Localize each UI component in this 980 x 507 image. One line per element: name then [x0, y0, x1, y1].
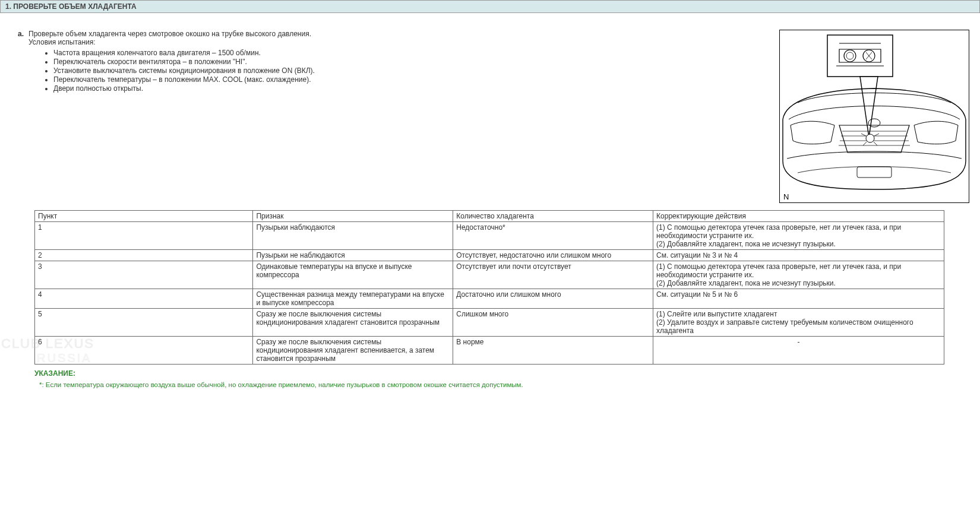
cell-sign: Сразу же после выключения системы кондиц…: [253, 337, 453, 365]
content-wrap: a. Проверьте объем хладагента через смот…: [0, 13, 980, 208]
cell-item: 2: [35, 250, 253, 261]
cell-item: 3: [35, 261, 253, 289]
condition-item: Двери полностью открыты.: [53, 84, 315, 93]
cell-sign: Сразу же после выключения системы кондиц…: [253, 309, 453, 337]
cell-action: (1) С помощью детектора утечек газа пров…: [653, 261, 944, 289]
section-number: 1.: [5, 2, 11, 11]
cell-action: См. ситуации № 5 и № 6: [653, 289, 944, 309]
cell-sign: Существенная разница между температурами…: [253, 289, 453, 309]
conditions-list: Частота вращения коленчатого вала двигат…: [29, 49, 315, 93]
table-row: 2 Пузырьки не наблюдаются Отсутствует, н…: [35, 250, 944, 261]
cell-amount: Слишком много: [453, 309, 653, 337]
cell-item: 6: [35, 337, 253, 365]
vehicle-diagram: N: [779, 30, 969, 203]
condition-item: Переключатель скорости вентилятора – в п…: [53, 58, 315, 66]
diagram-label: N: [783, 192, 789, 201]
table-row: 6 Сразу же после выключения системы конд…: [35, 337, 944, 365]
section-header: 1. ПРОВЕРЬТЕ ОБЪЕМ ХЛАДАГЕНТА: [0, 0, 980, 13]
cell-action: -: [653, 337, 944, 365]
table-row: 5 Сразу же после выключения системы конд…: [35, 309, 944, 337]
th-amount: Количество хладагента: [453, 211, 653, 222]
table-row: 3 Одинаковые температуры на впуске и вып…: [35, 261, 944, 289]
car-front-icon: [780, 30, 969, 202]
step-letter: a.: [18, 30, 24, 93]
cell-item: 1: [35, 222, 253, 250]
cell-action: (1) С помощью детектора утечек газа пров…: [653, 222, 944, 250]
hint-text: *: Если температура окружающего воздуха …: [39, 381, 980, 388]
refrigerant-table: Пункт Признак Количество хладагента Корр…: [34, 210, 944, 365]
table-row: 1 Пузырьки наблюдаются Недостаточно* (1)…: [35, 222, 944, 250]
th-sign: Признак: [253, 211, 453, 222]
step-block: a. Проверьте объем хладагента через смот…: [18, 30, 765, 93]
svg-point-1: [844, 50, 856, 62]
cell-amount: Отсутствует или почти отсутствует: [453, 261, 653, 289]
section-title: ПРОВЕРЬТЕ ОБЪЕМ ХЛАДАГЕНТА: [13, 2, 136, 11]
table-header-row: Пункт Признак Количество хладагента Корр…: [35, 211, 944, 222]
svg-rect-11: [857, 167, 892, 178]
svg-rect-0: [827, 35, 893, 77]
cell-action: (1) Слейте или выпустите хладагент (2) У…: [653, 309, 944, 337]
condition-item: Частота вращения коленчатого вала двигат…: [53, 49, 315, 57]
condition-item: Переключатель температуры – в положении …: [53, 75, 315, 84]
cell-amount: Достаточно или слишком много: [453, 289, 653, 309]
th-action: Корректирующие действия: [653, 211, 944, 222]
cell-amount: Недостаточно*: [453, 222, 653, 250]
step-instruction: Проверьте объем хладагента через смотров…: [29, 30, 315, 38]
cell-sign: Одинаковые температуры на впуске и выпус…: [253, 261, 453, 289]
cell-sign: Пузырьки наблюдаются: [253, 222, 453, 250]
table-row: 4 Существенная разница между температура…: [35, 289, 944, 309]
cell-amount: В норме: [453, 337, 653, 365]
cell-action: См. ситуации № 3 и № 4: [653, 250, 944, 261]
th-item: Пункт: [35, 211, 253, 222]
cell-item: 5: [35, 309, 253, 337]
cell-item: 4: [35, 289, 253, 309]
hint-label: УКАЗАНИЕ:: [34, 369, 980, 378]
cell-sign: Пузырьки не наблюдаются: [253, 250, 453, 261]
conditions-label: Условия испытания:: [29, 38, 315, 46]
svg-point-12: [866, 134, 874, 142]
step-body: Проверьте объем хладагента через смотров…: [29, 30, 315, 93]
condition-item: Установите выключатель системы кондицион…: [53, 66, 315, 75]
cell-amount: Отсутствует, недостаточно или слишком мн…: [453, 250, 653, 261]
